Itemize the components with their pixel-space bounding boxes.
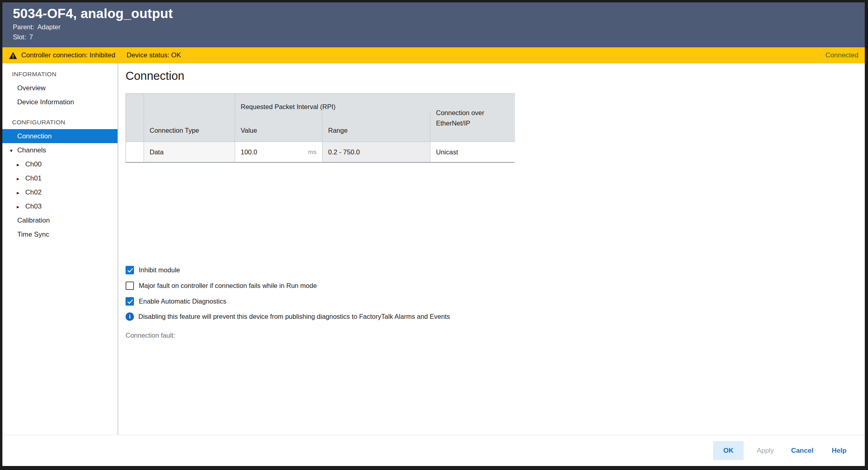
sidebar-item-ch03[interactable]: ▸ Ch03 <box>2 199 118 213</box>
sidebar-section-information: INFORMATION <box>2 67 118 81</box>
connection-over-ethernet-ip-cell[interactable]: Unicast <box>430 142 515 162</box>
sidebar-item-label: Ch02 <box>25 188 42 197</box>
sidebar-item-ch00[interactable]: ▸ Ch00 <box>2 157 118 171</box>
sidebar-item-label: Channels <box>17 146 46 154</box>
sidebar-item-label: Ch03 <box>25 203 42 211</box>
diagnostics-info-text: Disabling this feature will prevent this… <box>138 313 450 320</box>
chevron-down-icon[interactable]: ▾ <box>8 147 14 153</box>
row-selector-cell[interactable] <box>126 142 144 162</box>
module-properties-window: 5034-OF4, analog_output Parent:Adapter S… <box>0 0 868 470</box>
major-fault-checkbox[interactable] <box>126 282 134 290</box>
row-selector-header-cell <box>126 94 144 142</box>
controller-connection-status: Controller connection: Inhibited <box>21 51 115 59</box>
parent-label: Parent: <box>13 23 34 30</box>
connection-type-cell: Data <box>144 142 235 162</box>
info-icon: i <box>126 312 134 321</box>
sidebar-item-label: Device Information <box>17 98 74 106</box>
section-heading: Connection <box>126 69 865 83</box>
inhibit-module-label: Inhibit module <box>139 266 180 274</box>
device-status: Device status: OK <box>126 51 181 59</box>
enable-automatic-diagnostics-label: Enable Automatic Diagnostics <box>139 298 226 305</box>
sidebar-item-channels[interactable]: ▾ Channels <box>2 143 118 157</box>
chevron-right-icon[interactable]: ▸ <box>15 189 21 195</box>
connection-fault-label: Connection fault: <box>126 332 865 339</box>
rpi-value: 100.0 <box>241 148 257 156</box>
ok-button[interactable]: OK <box>713 441 744 460</box>
sidebar-spacer <box>2 109 118 115</box>
slot-label: Slot: <box>13 33 26 41</box>
column-group-header-rpi: Requested Packet Interval (RPI) <box>235 94 430 113</box>
chevron-right-icon[interactable]: ▸ <box>15 175 21 181</box>
parent-row: Parent:Adapter <box>13 23 865 31</box>
diagnostics-info-row: i Disabling this feature will prevent th… <box>126 312 865 321</box>
sidebar-item-connection[interactable]: Connection <box>2 129 118 143</box>
enable-automatic-diagnostics-checkbox[interactable] <box>126 297 134 306</box>
sidebar-item-ch01[interactable]: ▸ Ch01 <box>2 171 118 185</box>
main-content: Connection Connection Type Requested Pac… <box>118 63 865 435</box>
major-fault-label: Major fault on controller if connection … <box>139 282 317 290</box>
rpi-range-cell: 0.2 - 750.0 <box>322 142 430 162</box>
sidebar-item-label: Ch01 <box>25 174 42 182</box>
chevron-right-icon[interactable]: ▸ <box>15 203 21 209</box>
connection-table: Connection Type Requested Packet Interva… <box>126 93 515 163</box>
column-header-range: Range <box>322 113 430 142</box>
slot-value: 7 <box>29 33 33 41</box>
column-header-connection-type: Connection Type <box>144 94 235 142</box>
help-button[interactable]: Help <box>824 441 854 460</box>
status-bar: Controller connection: Inhibited Device … <box>2 47 865 63</box>
column-header-connection-over-ethernet-ip: Connection over EtherNet/IP <box>430 94 515 142</box>
sidebar-item-device-information[interactable]: Device Information <box>2 95 118 109</box>
sidebar-item-label: Ch00 <box>25 160 42 168</box>
sidebar-section-configuration: CONFIGURATION <box>2 115 118 129</box>
rpi-value-input[interactable]: 100.0 ms <box>235 142 322 162</box>
sidebar-item-calibration[interactable]: Calibration <box>2 213 118 227</box>
page-title: 5034-OF4, analog_output <box>13 6 865 21</box>
rpi-unit: ms <box>308 148 316 156</box>
sidebar-item-label: Time Sync <box>17 231 49 239</box>
apply-button[interactable]: Apply <box>750 441 781 460</box>
sidebar-item-label: Overview <box>17 84 46 92</box>
warning-icon <box>9 52 17 59</box>
checkbox-group: Inhibit module Major fault on controller… <box>126 265 865 306</box>
inhibit-module-row: Inhibit module <box>126 265 865 274</box>
slot-row: Slot:7 <box>13 33 865 41</box>
window-body: INFORMATION Overview Device Information … <box>2 63 865 435</box>
sidebar-item-overview[interactable]: Overview <box>2 81 118 95</box>
sidebar-item-label: Calibration <box>17 217 50 225</box>
sidebar-item-time-sync[interactable]: Time Sync <box>2 227 118 241</box>
cancel-button[interactable]: Cancel <box>787 441 817 460</box>
window-header: 5034-OF4, analog_output Parent:Adapter S… <box>2 2 865 47</box>
enable-automatic-diagnostics-row: Enable Automatic Diagnostics <box>126 297 865 306</box>
footer-bar: OK Apply Cancel Help <box>2 435 865 466</box>
sidebar-item-label: Connection <box>17 132 52 140</box>
major-fault-row: Major fault on controller if connection … <box>126 281 865 290</box>
column-header-value: Value <box>235 113 322 142</box>
connection-state-badge: Connected <box>825 51 858 59</box>
sidebar: INFORMATION Overview Device Information … <box>2 63 118 435</box>
sidebar-item-ch02[interactable]: ▸ Ch02 <box>2 185 118 199</box>
parent-value: Adapter <box>37 23 61 30</box>
inhibit-module-checkbox[interactable] <box>126 266 134 274</box>
chevron-right-icon[interactable]: ▸ <box>15 161 21 167</box>
